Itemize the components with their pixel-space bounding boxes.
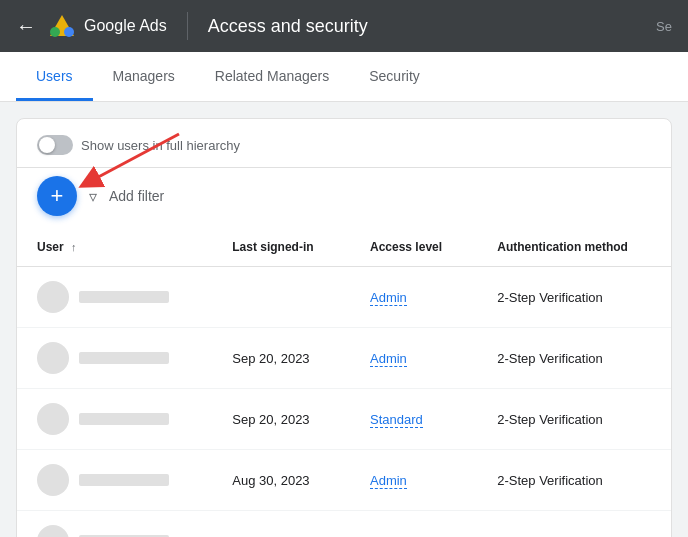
hierarchy-toggle[interactable]	[37, 135, 73, 155]
col-user[interactable]: User ↑	[17, 228, 212, 267]
users-table-container: User ↑ Last signed-in Access level Authe…	[17, 228, 671, 537]
access-level-link[interactable]: Admin	[370, 473, 407, 489]
table-row: Aug 30, 2023Admin2-Step Verification	[17, 450, 671, 511]
col-last-signed-in: Last signed-in	[212, 228, 350, 267]
hierarchy-toggle-label: Show users in full hierarchy	[81, 138, 240, 153]
table-row: Admin2-Step Verification	[17, 267, 671, 328]
toolbar: Show users in full hierarchy	[17, 119, 671, 168]
avatar	[37, 281, 69, 313]
table-body: Admin2-Step Verification Sep 20, 2023Adm…	[17, 267, 671, 538]
page-title: Access and security	[208, 16, 368, 37]
tab-related-managers[interactable]: Related Managers	[195, 52, 349, 101]
svg-point-3	[50, 27, 60, 37]
table-row: Sep 20, 2023Standard2-Step Verification	[17, 389, 671, 450]
cell-last-signed-in: Sep 20, 2023	[212, 389, 350, 450]
back-button[interactable]: ←	[16, 15, 36, 38]
col-access-level: Access level	[350, 228, 477, 267]
cell-auth-method: 2-Step Verification	[477, 389, 671, 450]
avatar	[37, 342, 69, 374]
cell-auth-method: 2-Step Verification	[477, 450, 671, 511]
avatar	[37, 464, 69, 496]
cell-user	[17, 389, 212, 450]
brand-name: Google Ads	[84, 17, 167, 35]
user-name-placeholder	[79, 352, 169, 364]
cell-access-level[interactable]: Standard	[350, 511, 477, 538]
hierarchy-toggle-container: Show users in full hierarchy	[37, 135, 240, 155]
access-level-link[interactable]: Standard	[370, 534, 423, 538]
cell-last-signed-in: Sep 20, 2023	[212, 328, 350, 389]
cell-access-level[interactable]: Standard	[350, 389, 477, 450]
header-divider	[187, 12, 188, 40]
google-ads-logo-icon	[48, 12, 76, 40]
table-row: Jun 20, 2023Standard2-Step Verification	[17, 511, 671, 538]
toggle-knob	[39, 137, 55, 153]
tab-users[interactable]: Users	[16, 52, 93, 101]
sort-asc-icon: ↑	[71, 241, 77, 253]
table-header-row: User ↑ Last signed-in Access level Authe…	[17, 228, 671, 267]
user-name-placeholder	[79, 291, 169, 303]
action-row: + ▿ Add filter	[17, 168, 671, 228]
add-filter-label[interactable]: Add filter	[109, 188, 164, 204]
cell-user	[17, 450, 212, 511]
cell-access-level[interactable]: Admin	[350, 328, 477, 389]
cell-last-signed-in	[212, 267, 350, 328]
logo: Google Ads	[48, 12, 167, 40]
table-row: Sep 20, 2023Admin2-Step Verification	[17, 328, 671, 389]
access-level-link[interactable]: Admin	[370, 290, 407, 306]
cell-last-signed-in: Jun 20, 2023	[212, 511, 350, 538]
tab-managers[interactable]: Managers	[93, 52, 195, 101]
col-auth-method: Authentication method	[477, 228, 671, 267]
header: ← Google Ads Access and security Se	[0, 0, 688, 52]
avatar	[37, 525, 69, 537]
user-name-placeholder	[79, 474, 169, 486]
cell-access-level[interactable]: Admin	[350, 450, 477, 511]
cell-auth-method: 2-Step Verification	[477, 328, 671, 389]
tab-security[interactable]: Security	[349, 52, 440, 101]
main-card: Show users in full hierarchy + ▿ Add fil…	[16, 118, 672, 537]
tab-bar: Users Managers Related Managers Security	[0, 52, 688, 102]
user-name-placeholder	[79, 413, 169, 425]
cell-auth-method: 2-Step Verification	[477, 511, 671, 538]
cell-last-signed-in: Aug 30, 2023	[212, 450, 350, 511]
users-table: User ↑ Last signed-in Access level Authe…	[17, 228, 671, 537]
svg-point-2	[64, 27, 74, 37]
cell-user	[17, 267, 212, 328]
header-right-text: Se	[656, 19, 672, 34]
add-user-button[interactable]: +	[37, 176, 77, 216]
avatar	[37, 403, 69, 435]
access-level-link[interactable]: Admin	[370, 351, 407, 367]
cell-access-level[interactable]: Admin	[350, 267, 477, 328]
cell-user	[17, 328, 212, 389]
cell-auth-method: 2-Step Verification	[477, 267, 671, 328]
cell-user	[17, 511, 212, 538]
filter-icon: ▿	[89, 187, 97, 206]
access-level-link[interactable]: Standard	[370, 412, 423, 428]
